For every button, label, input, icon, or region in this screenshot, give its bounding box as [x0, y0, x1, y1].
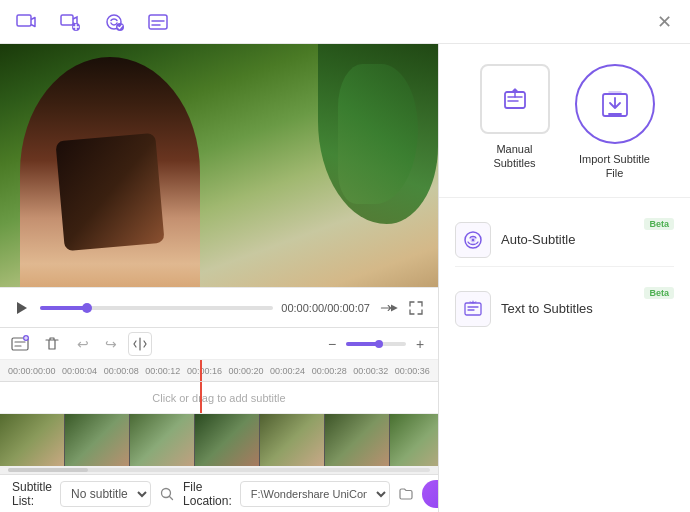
toolbar-icon-subtitle[interactable]	[144, 8, 172, 36]
file-location-label: File Location:	[183, 480, 232, 508]
divider-1	[439, 197, 690, 198]
zoom-out-button[interactable]: −	[322, 334, 342, 354]
import-subtitle-icon-box	[575, 64, 655, 144]
split-button[interactable]	[128, 332, 152, 356]
time-display: 00:00:00/00:00:07	[281, 302, 370, 314]
close-button[interactable]: ✕	[650, 8, 678, 36]
svg-marker-6	[17, 302, 27, 314]
subtitle-track[interactable]: Click or drag to add subtitle	[0, 382, 438, 414]
ruler-marks: 00:00:00:00 00:00:04 00:00:08 00:00:12 0…	[8, 366, 430, 376]
subtitle-list-select[interactable]: No subtitle	[60, 481, 151, 507]
video-controls: 00:00:00/00:00:07	[0, 287, 438, 327]
toolbar: ✕	[0, 0, 690, 44]
progress-thumb	[82, 303, 92, 313]
manual-subtitles-icon-box	[480, 64, 550, 134]
playhead	[200, 360, 202, 381]
zoom-thumb	[375, 340, 383, 348]
ruler-mark-9: 00:00:36	[395, 366, 430, 376]
import-subtitle-card[interactable]: Import Subtitle File	[575, 64, 655, 181]
ruler-mark-0: 00:00:00:00	[8, 366, 56, 376]
undo-redo-group: ↩ ↪	[72, 332, 152, 356]
svg-marker-7	[391, 304, 398, 311]
scrollbar-thumb	[8, 468, 88, 472]
video-background	[0, 44, 438, 287]
subtitle-list-label: Subtitle List:	[12, 480, 52, 508]
ruler-mark-7: 00:00:28	[312, 366, 347, 376]
progress-bar[interactable]	[40, 306, 273, 310]
ruler-mark-8: 00:00:32	[353, 366, 388, 376]
ruler-mark-4: 00:00:16	[187, 366, 222, 376]
ruler-mark-5: 00:00:20	[228, 366, 263, 376]
manual-subtitles-card[interactable]: Manual Subtitles	[475, 64, 555, 171]
film-frame-2	[65, 414, 130, 466]
manual-subtitles-label: Manual Subtitles	[475, 142, 555, 171]
ruler-mark-1: 00:00:04	[62, 366, 97, 376]
speed-control[interactable]	[378, 298, 398, 318]
video-area	[0, 44, 438, 287]
fullscreen-button[interactable]	[406, 298, 426, 318]
delete-tool[interactable]	[40, 332, 64, 356]
toolbar-icon-fx[interactable]	[100, 8, 128, 36]
subtitle-options: Manual Subtitles Import Subtitle File	[455, 64, 674, 181]
text-to-subtitles-option[interactable]: Text to Subtitles Beta	[455, 283, 674, 335]
subtitle-text-tool[interactable]	[8, 332, 32, 356]
toolbar-icon-add[interactable]	[56, 8, 84, 36]
main-content: 00:00:00/00:00:07	[0, 44, 690, 512]
text-to-subtitles-icon	[455, 291, 491, 327]
timeline-ruler: 00:00:00:00 00:00:04 00:00:08 00:00:12 0…	[0, 360, 438, 382]
undo-button[interactable]: ↩	[72, 333, 94, 355]
text-to-subtitles-beta-badge: Beta	[644, 287, 674, 299]
svg-rect-0	[17, 15, 31, 26]
text-to-subtitles-label: Text to Subtitles	[501, 301, 593, 316]
film-frame-3	[130, 414, 195, 466]
subtitle-playhead	[200, 382, 202, 413]
film-frame-1	[0, 414, 65, 466]
ruler-mark-6: 00:00:24	[270, 366, 305, 376]
svg-rect-5	[149, 15, 167, 29]
ruler-mark-3: 00:00:12	[145, 366, 180, 376]
auto-subtitle-label: Auto-Subtitle	[501, 232, 575, 247]
bottom-bar: Subtitle List: No subtitle File Location…	[0, 474, 438, 512]
progress-fill	[40, 306, 87, 310]
film-frame-5	[260, 414, 325, 466]
redo-button[interactable]: ↪	[100, 333, 122, 355]
auto-subtitle-icon	[455, 222, 491, 258]
zoom-slider[interactable]	[346, 342, 406, 346]
auto-subtitle-beta-badge: Beta	[644, 218, 674, 230]
timeline-scrollbar[interactable]	[0, 466, 438, 474]
zoom-controls: − +	[322, 334, 430, 354]
svg-rect-1	[61, 15, 73, 25]
ruler-mark-2: 00:00:08	[104, 366, 139, 376]
toolbar-icon-video-edit[interactable]	[12, 8, 40, 36]
film-frame-7	[390, 414, 438, 466]
search-subtitle-button[interactable]	[159, 483, 175, 505]
play-button[interactable]	[12, 298, 32, 318]
right-panel: Manual Subtitles Import Subtitle File	[438, 44, 690, 512]
filmstrip	[0, 414, 438, 466]
zoom-in-button[interactable]: +	[410, 334, 430, 354]
film-frame-4	[195, 414, 260, 466]
scrollbar-track	[8, 468, 430, 472]
svg-point-15	[472, 238, 474, 240]
video-panel: 00:00:00/00:00:07	[0, 44, 438, 512]
timeline-section: ↩ ↪ − +	[0, 327, 438, 474]
file-path-select[interactable]: F:\Wondershare UniConverte...	[240, 481, 390, 507]
svg-rect-16	[465, 303, 481, 315]
auto-subtitle-option[interactable]: Auto-Subtitle Beta	[455, 214, 674, 267]
film-frame-6	[325, 414, 390, 466]
import-subtitle-label: Import Subtitle File	[575, 152, 655, 181]
timeline-tools: ↩ ↪ − +	[0, 328, 438, 360]
browse-folder-button[interactable]	[398, 483, 414, 505]
add-subtitle-hint: Click or drag to add subtitle	[152, 392, 285, 404]
